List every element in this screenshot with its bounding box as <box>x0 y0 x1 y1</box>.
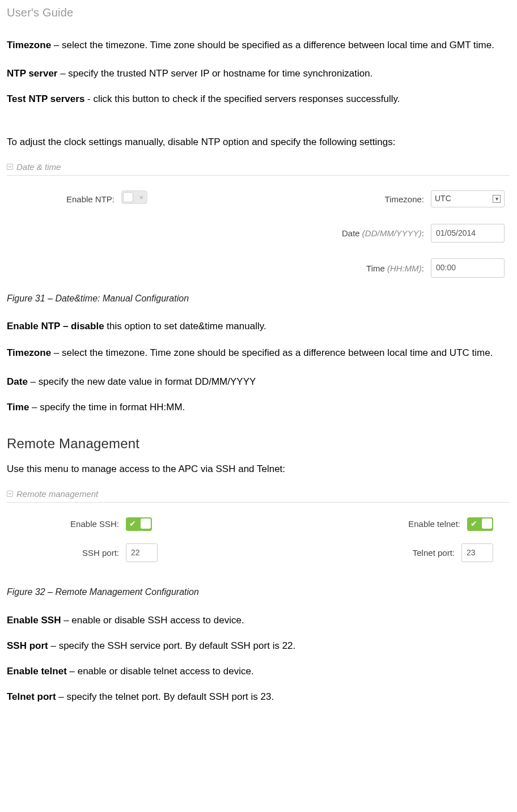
ssh-port-desc: – specify the SSH service port. By defau… <box>48 640 296 651</box>
time-desc: – specify the time in format HH:MM. <box>29 402 185 413</box>
date-field-label: Date (DD/MM/YYYY): <box>147 227 431 239</box>
datetime-panel-title-text: Date & time <box>16 161 61 173</box>
para-enable-ntp-disable: Enable NTP – disable this option to set … <box>7 318 510 334</box>
date-label-hint: (DD/MM/YYYY) <box>362 228 422 238</box>
timezone-field-label: Timezone: <box>147 193 431 205</box>
ntp-server-desc: – specify the trusted NTP server IP or h… <box>57 68 372 79</box>
timezone-utc-term: Timezone <box>7 347 51 358</box>
collapse-icon[interactable] <box>7 164 13 170</box>
enable-ntp-disable-desc: this option to set date&time manually. <box>104 321 266 331</box>
para-ssh-port: SSH port – specify the SSH service port.… <box>7 638 510 653</box>
datetime-panel: Date & time Enable NTP: × Timezone: UTC … <box>7 160 510 287</box>
timezone-term: Timezone <box>7 40 51 50</box>
enable-ntp-label: Enable NTP: <box>12 193 121 205</box>
time-label-suffix: : <box>422 263 424 273</box>
ntp-server-term: NTP server <box>7 68 57 79</box>
date-desc: – specify the new date value in format D… <box>28 376 256 387</box>
remote-panel-title: Remote management <box>7 487 510 503</box>
para-telnet-port: Telnet port – specify the telnet port. B… <box>7 689 510 704</box>
ssh-port-term: SSH port <box>7 640 48 651</box>
remote-management-intro: Use this menu to manage access to the AP… <box>7 461 510 477</box>
figure-31-caption: Figure 31 – Date&time: Manual Configurat… <box>7 292 510 305</box>
enable-ssh-desc: – enable or disable SSH access to device… <box>61 615 244 626</box>
telnet-port-desc: – specify the telnet port. By default SS… <box>56 691 274 702</box>
para-test-ntp: Test NTP servers - click this button to … <box>7 91 510 107</box>
figure-32-caption: Figure 32 – Remote Management Configurat… <box>7 586 510 598</box>
enable-ssh-label: Enable SSH: <box>12 518 126 530</box>
ssh-port-input[interactable]: 22 <box>126 543 158 563</box>
enable-ntp-toggle[interactable]: × <box>121 190 147 204</box>
timezone-utc-desc: – select the timezone. Time zone should … <box>51 347 493 358</box>
para-enable-telnet: Enable telnet – enable or disable telnet… <box>7 664 510 679</box>
page-header: User's Guide <box>7 0 510 36</box>
enable-telnet-term: Enable telnet <box>7 666 67 677</box>
collapse-icon[interactable] <box>7 491 13 497</box>
timezone-desc: – select the timezone. Time zone should … <box>51 40 494 50</box>
time-input[interactable]: 00:00 <box>431 258 505 278</box>
date-label-suffix: : <box>422 228 424 238</box>
remote-management-heading: Remote Management <box>7 434 510 453</box>
timezone-select-value: UTC <box>435 193 451 205</box>
para-manual-intro: To adjust the clock settings manually, d… <box>7 134 510 150</box>
time-label-prefix: Time <box>366 263 387 273</box>
enable-telnet-desc: – enable or disable telnet access to dev… <box>67 666 254 677</box>
datetime-panel-title: Date & time <box>7 160 510 176</box>
time-field-label: Time (HH:MM): <box>147 262 431 274</box>
test-ntp-term: Test NTP servers <box>7 93 84 104</box>
enable-telnet-toggle[interactable]: ✔ <box>467 517 493 531</box>
para-timezone: Timezone – select the timezone. Time zon… <box>7 36 510 54</box>
telnet-port-label: Telnet port: <box>258 547 461 559</box>
ssh-port-label: SSH port: <box>12 547 126 559</box>
enable-ssh-term: Enable SSH <box>7 615 61 626</box>
remote-panel-title-text: Remote management <box>16 488 98 500</box>
enable-ssh-toggle[interactable]: ✔ <box>126 517 152 531</box>
time-term: Time <box>7 402 29 413</box>
remote-panel: Remote management Enable SSH: ✔ Enable t… <box>7 487 510 581</box>
timezone-select[interactable]: UTC ▾ <box>431 190 505 207</box>
telnet-port-input[interactable]: 23 <box>461 543 493 563</box>
enable-telnet-label: Enable telnet: <box>258 518 467 530</box>
chevron-down-icon: ▾ <box>493 195 501 203</box>
date-term: Date <box>7 376 28 387</box>
para-timezone-utc: Timezone – select the timezone. Time zon… <box>7 344 510 362</box>
test-ntp-desc: - click this button to check if the spec… <box>84 93 400 104</box>
para-time: Time – specify the time in format HH:MM. <box>7 399 510 415</box>
para-date: Date – specify the new date value in for… <box>7 374 510 389</box>
date-label-prefix: Date <box>342 228 362 238</box>
para-ntp-server: NTP server – specify the trusted NTP ser… <box>7 66 510 81</box>
time-label-hint: (HH:MM) <box>387 263 422 273</box>
date-input[interactable]: 01/05/2014 <box>431 224 505 243</box>
para-enable-ssh: Enable SSH – enable or disable SSH acces… <box>7 613 510 628</box>
enable-ntp-disable-term: Enable NTP – disable <box>7 321 104 331</box>
telnet-port-term: Telnet port <box>7 691 56 702</box>
